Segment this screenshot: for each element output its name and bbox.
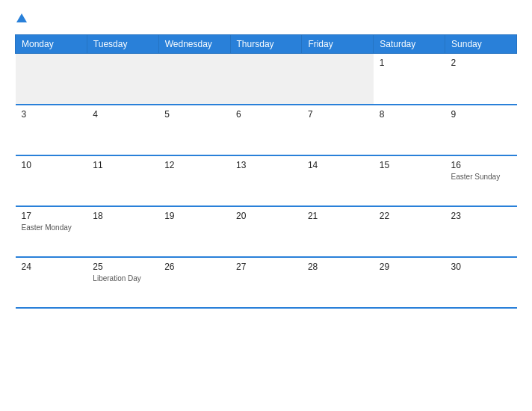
day-number: 13	[236, 160, 296, 170]
calendar-cell: 2	[445, 54, 517, 105]
calendar-cell: 1	[374, 54, 445, 105]
calendar-cell: 12	[158, 155, 230, 206]
day-number: 18	[93, 211, 152, 221]
calendar-cell: 22	[374, 206, 445, 257]
day-number: 19	[164, 211, 224, 221]
day-number: 12	[164, 160, 224, 170]
calendar-cell: 4	[87, 105, 158, 155]
day-number: 10	[22, 160, 81, 170]
calendar-cell: 23	[445, 206, 517, 257]
column-header-saturday: Saturday	[374, 35, 445, 54]
calendar-week-row: 10111213141516Easter Sunday	[16, 155, 517, 206]
calendar-cell: 24	[16, 257, 87, 308]
day-number: 20	[236, 211, 296, 221]
day-number: 2	[451, 58, 511, 68]
logo	[15, 13, 27, 24]
calendar-cell: 13	[230, 155, 302, 206]
calendar-cell	[87, 54, 158, 105]
calendar-cell	[302, 54, 374, 105]
day-number: 22	[380, 211, 439, 221]
logo-triangle-icon	[16, 13, 27, 22]
calendar-cell: 29	[374, 257, 445, 308]
calendar-cell: 28	[302, 257, 374, 308]
day-number: 25	[93, 262, 152, 272]
day-event: Easter Sunday	[451, 173, 511, 181]
day-number: 30	[451, 262, 511, 272]
day-number: 9	[451, 109, 511, 120]
day-number: 28	[308, 262, 368, 272]
day-number: 7	[308, 109, 368, 120]
day-number: 4	[93, 109, 152, 120]
calendar-cell: 30	[445, 257, 517, 308]
day-number: 5	[164, 109, 224, 120]
calendar-page: MondayTuesdayWednesdayThursdayFridaySatu…	[0, 0, 532, 411]
calendar-table: MondayTuesdayWednesdayThursdayFridaySatu…	[15, 34, 517, 309]
calendar-header	[15, 13, 517, 24]
day-number: 14	[308, 160, 368, 170]
calendar-cell: 20	[230, 206, 302, 257]
calendar-week-row: 3456789	[16, 105, 517, 155]
day-number: 1	[380, 58, 439, 68]
day-number: 23	[451, 211, 511, 221]
calendar-cell: 17Easter Monday	[16, 206, 87, 257]
calendar-week-row: 17Easter Monday181920212223	[16, 206, 517, 257]
column-header-friday: Friday	[302, 35, 374, 54]
day-number: 24	[22, 262, 81, 272]
column-header-monday: Monday	[16, 35, 87, 54]
calendar-cell: 25Liberation Day	[87, 257, 158, 308]
calendar-cell	[158, 54, 230, 105]
calendar-cell: 26	[158, 257, 230, 308]
calendar-cell: 27	[230, 257, 302, 308]
day-number: 17	[22, 211, 81, 221]
day-number: 27	[236, 262, 296, 272]
column-header-tuesday: Tuesday	[87, 35, 158, 54]
calendar-cell: 19	[158, 206, 230, 257]
day-number: 8	[380, 109, 439, 120]
day-number: 11	[93, 160, 152, 170]
calendar-cell: 21	[302, 206, 374, 257]
calendar-cell: 5	[158, 105, 230, 155]
day-number: 26	[164, 262, 224, 272]
day-number: 15	[380, 160, 439, 170]
day-number: 16	[451, 160, 511, 170]
column-header-thursday: Thursday	[230, 35, 302, 54]
calendar-cell: 11	[87, 155, 158, 206]
calendar-cell: 9	[445, 105, 517, 155]
calendar-cell: 8	[374, 105, 445, 155]
calendar-cell: 14	[302, 155, 374, 206]
calendar-cell: 7	[302, 105, 374, 155]
calendar-cell: 6	[230, 105, 302, 155]
calendar-cell	[16, 54, 87, 105]
calendar-cell: 3	[16, 105, 87, 155]
calendar-week-row: 12	[16, 54, 517, 105]
day-number: 3	[22, 109, 81, 120]
calendar-cell: 10	[16, 155, 87, 206]
calendar-cell	[230, 54, 302, 105]
calendar-header-row: MondayTuesdayWednesdayThursdayFridaySatu…	[16, 35, 517, 54]
calendar-cell: 15	[374, 155, 445, 206]
calendar-week-row: 2425Liberation Day2627282930	[16, 257, 517, 308]
day-event: Liberation Day	[93, 274, 152, 282]
day-number: 6	[236, 109, 296, 120]
day-number: 21	[308, 211, 368, 221]
day-event: Easter Monday	[22, 223, 81, 232]
column-header-sunday: Sunday	[445, 35, 517, 54]
column-header-wednesday: Wednesday	[158, 35, 230, 54]
calendar-cell: 16Easter Sunday	[445, 155, 517, 206]
day-number: 29	[380, 262, 439, 272]
calendar-cell: 18	[87, 206, 158, 257]
